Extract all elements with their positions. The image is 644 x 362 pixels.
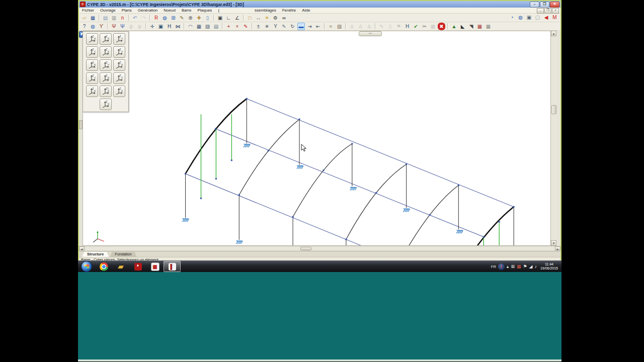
create-bar-icon[interactable]: ▬ — [297, 23, 305, 30]
cypecad-icon[interactable]: ▦ — [146, 261, 164, 272]
views-icon[interactable]: ▯ — [204, 14, 211, 22]
web-icon[interactable]: ◍ — [517, 14, 524, 21]
language-indicator[interactable]: FR — [491, 264, 496, 269]
redraw-icon[interactable]: R — [152, 14, 160, 22]
chart2-icon[interactable]: ∆ — [357, 23, 364, 30]
volume-tray-icon[interactable]: ♪ — [534, 263, 537, 269]
shrink-icon[interactable]: ⇤ — [314, 23, 322, 30]
view-splitter-grip[interactable]: ••• — [359, 31, 382, 36]
binoculars-icon[interactable]: ∞ — [280, 14, 288, 22]
extend-icon[interactable]: ⇥ — [306, 23, 313, 30]
chart1-icon[interactable]: ∆ — [348, 23, 356, 30]
zoom-window-icon[interactable]: ⊞ — [170, 14, 177, 22]
node-bar-icon[interactable]: ± — [255, 23, 262, 30]
star-icon[interactable]: ✳ — [263, 23, 271, 30]
arc-icon[interactable]: ◠ — [187, 23, 194, 30]
brush-icon[interactable]: ▨ — [336, 23, 343, 30]
new-node-icon[interactable]: + — [225, 23, 232, 30]
world-icon[interactable]: ◍ — [89, 23, 97, 30]
menu-item-barre[interactable]: Barre — [179, 8, 195, 13]
axes-icon[interactable]: ∠ — [233, 14, 241, 22]
edit-dis-icon[interactable]: ✎ — [378, 23, 385, 30]
cype-tray-icon[interactable]: ▦ — [517, 263, 521, 269]
menu-item-ouvrage[interactable]: Ouvrage — [97, 8, 119, 13]
view-orient-14[interactable]: ZYX — [100, 85, 112, 97]
view-orient-16[interactable]: ZX — [100, 99, 112, 110]
view-orient-3[interactable]: ZY — [113, 33, 125, 45]
grid-icon[interactable]: ▦ — [195, 23, 203, 30]
hidden-icons-chevron[interactable]: ▴ — [507, 263, 509, 269]
fork-icon[interactable]: Y — [272, 23, 279, 30]
tree3-icon[interactable]: ◥ — [467, 23, 475, 30]
view-orient-10[interactable]: ZY — [86, 72, 98, 84]
chrome-icon[interactable] — [95, 261, 112, 272]
help-about-icon[interactable]: ◔ — [508, 14, 516, 21]
table-dis-icon[interactable]: ▦ — [429, 23, 437, 30]
move-icon[interactable]: ✛ — [148, 23, 156, 30]
cype3d-task-button[interactable]: ▌ — [164, 261, 181, 272]
redo-icon[interactable]: ↷ — [140, 14, 147, 22]
table-gray-icon[interactable]: ▦ — [485, 23, 492, 30]
export-image-icon[interactable]: ▤ — [102, 14, 109, 22]
profile-icon[interactable]: ≈ — [327, 23, 335, 30]
flag-dis-icon[interactable]: ⚑ — [395, 23, 403, 30]
layers-icon[interactable]: ▤ — [212, 23, 220, 30]
vertical-scroll-thumb[interactable] — [551, 105, 556, 114]
pan-icon[interactable]: ✚ — [195, 14, 203, 22]
zoom-icon[interactable]: ⊕ — [187, 14, 194, 22]
view-orient-15[interactable]: ZX — [113, 85, 125, 97]
view-orient-8[interactable]: ZY — [100, 59, 112, 71]
walk-icon[interactable]: ϒ — [98, 23, 105, 30]
window-3d-icon[interactable]: ▣ — [216, 14, 224, 22]
bar-descr3-icon[interactable]: ψ — [127, 23, 135, 30]
network-tray-icon[interactable]: ◢ — [529, 263, 533, 269]
minimize-button[interactable]: – — [530, 2, 539, 8]
scroll-left-icon[interactable]: ◄ — [79, 246, 85, 250]
view-orient-9[interactable]: ZX — [113, 59, 125, 71]
height2-icon[interactable]: H — [404, 23, 411, 30]
cype-icon[interactable]: * — [129, 261, 146, 272]
open-icon[interactable]: ▱ — [80, 14, 88, 22]
flag-tray-icon[interactable]: ⚑ — [523, 263, 527, 269]
bar-descr2-icon[interactable]: Ψ — [119, 23, 126, 30]
close-button[interactable]: ✕ — [550, 2, 559, 8]
tools-icon[interactable]: ⚙ — [272, 14, 279, 22]
zoom-all-icon[interactable]: ◍ — [161, 14, 169, 22]
taskbar-clock[interactable]: 11:44 19/06/2015 — [539, 262, 559, 270]
angle-icon[interactable]: ∟ — [225, 14, 232, 22]
magnet-icon[interactable]: n — [119, 14, 126, 22]
exit-icon[interactable]: ◀ — [542, 14, 550, 21]
menu-item-ssemblages[interactable]: ssemblages — [252, 8, 279, 13]
menu-item--[interactable]: ( — [215, 8, 222, 13]
cut-icon[interactable]: ✂ — [421, 23, 428, 30]
frame-icon[interactable]: □ — [246, 14, 254, 22]
tree-icon[interactable]: ▲ — [450, 23, 458, 30]
view-orient-12[interactable]: ZY — [113, 72, 125, 84]
undo-icon[interactable]: ↶ — [131, 14, 139, 22]
mdi-close-button[interactable]: × — [552, 8, 559, 14]
view-orient-5[interactable]: ZX — [100, 46, 112, 58]
delete-icon[interactable]: × — [233, 23, 241, 30]
horizontal-scrollbar[interactable]: ◄ ► — [79, 246, 560, 251]
light-icon[interactable]: ☀ — [263, 14, 271, 22]
check-icon[interactable]: ✔ — [412, 23, 420, 30]
help-icon[interactable]: ? — [80, 23, 88, 30]
view-orient-4[interactable]: ZY — [86, 46, 98, 58]
mirror-icon[interactable]: ⋈ — [174, 23, 182, 30]
mdi-restore-button[interactable]: ❐ — [544, 8, 551, 14]
menu-item-plaques[interactable]: Plaques — [194, 8, 215, 13]
bar-descr-icon[interactable]: Ψ — [110, 23, 118, 30]
save-icon[interactable]: ▦ — [89, 14, 97, 22]
copy-icon[interactable]: ▣ — [157, 23, 165, 30]
edit-gray-icon[interactable]: ✎ — [280, 23, 288, 30]
print-icon[interactable]: ▥ — [110, 14, 118, 22]
security-tray-icon[interactable]: ! — [498, 263, 505, 270]
error-icon[interactable]: ✖ — [438, 23, 445, 30]
view-orient-2[interactable]: ZX — [100, 33, 112, 45]
camera-icon[interactable]: ▣ — [525, 14, 533, 21]
view-orient-11[interactable]: ZX — [100, 72, 112, 84]
splitter-handle[interactable] — [79, 120, 83, 129]
scroll-right-icon[interactable]: ► — [555, 246, 560, 250]
menu-item-noeud[interactable]: Noeud — [160, 8, 179, 13]
measure-icon[interactable]: ✎ — [178, 14, 186, 22]
